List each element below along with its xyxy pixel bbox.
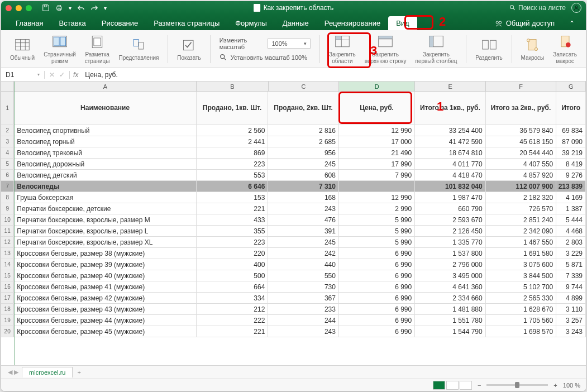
spreadsheet-grid[interactable]: A B C D E F G 1 Наименование Продано, 1к… — [1, 82, 586, 365]
header-cell[interactable]: Наименование — [14, 92, 197, 125]
cell[interactable]: 1 691 580 — [486, 248, 557, 259]
cell[interactable]: Кроссовки беговые, размер 40 (мужские) — [14, 270, 197, 281]
row-header[interactable]: 4 — [1, 147, 14, 158]
cell[interactable]: 726 570 — [486, 203, 557, 214]
tab-data[interactable]: Данные — [275, 16, 317, 30]
cell[interactable]: 2 803 — [556, 237, 586, 247]
view-page-break-button[interactable]: Страничный режим — [40, 34, 79, 64]
col-header-e[interactable]: E — [415, 82, 486, 91]
cell[interactable]: 12 990 — [339, 192, 415, 203]
cell[interactable]: 4 169 — [556, 192, 586, 203]
account-icon[interactable] — [571, 3, 581, 13]
zoom-slider[interactable] — [486, 384, 548, 386]
cell[interactable]: 2 342 090 — [486, 226, 557, 236]
cell[interactable]: 1 987 470 — [415, 192, 486, 203]
cell[interactable]: 244 — [268, 315, 339, 326]
record-macro-button[interactable]: Записать макрос — [550, 34, 580, 64]
cell[interactable]: 41 472 590 — [415, 136, 486, 147]
cell[interactable]: 220 — [197, 248, 268, 259]
split-button[interactable]: Разделить — [472, 37, 505, 61]
cell[interactable]: 4 899 — [556, 293, 586, 303]
cell[interactable]: 9 744 — [556, 281, 586, 292]
cell[interactable]: 17 000 — [339, 136, 415, 147]
tab-review[interactable]: Рецензирование — [317, 16, 388, 30]
view-page-layout-button[interactable]: Разметка страницы — [82, 34, 113, 64]
share-button[interactable]: Общий доступ — [489, 16, 560, 30]
row-header[interactable]: 3 — [1, 136, 14, 147]
cell[interactable]: Кроссовки беговые, размер 43 (мужские) — [14, 304, 197, 314]
cell[interactable]: 245 — [268, 159, 339, 169]
tab-formulas[interactable]: Формулы — [227, 16, 275, 30]
row-header[interactable]: 1 — [1, 92, 14, 125]
cell[interactable]: 4 011 770 — [415, 159, 486, 169]
add-sheet-button[interactable]: + — [73, 367, 85, 377]
row-header[interactable]: 18 — [1, 304, 14, 314]
view-layout-icon[interactable] — [446, 381, 459, 390]
zoom-level[interactable]: 100 % — [563, 382, 580, 389]
fx-icon[interactable]: fx — [70, 71, 82, 79]
col-header-b[interactable]: B — [197, 82, 268, 91]
cell[interactable]: 2 441 — [197, 136, 268, 147]
cell[interactable]: 213 839 — [556, 181, 586, 192]
zoom-100-button[interactable]: Установить масштаб 100% — [219, 54, 311, 61]
header-cell-selected[interactable]: Цена, руб. — [339, 92, 415, 125]
sheet-tab[interactable]: microexcel.ru — [22, 367, 73, 377]
cell[interactable]: 2 796 000 — [415, 259, 486, 270]
cell[interactable]: 433 — [197, 214, 268, 225]
row-header[interactable]: 16 — [1, 281, 14, 292]
cell[interactable]: 7 310 — [268, 181, 339, 192]
cell[interactable]: 869 — [197, 147, 268, 158]
cell[interactable]: 8 419 — [556, 159, 586, 169]
cell[interactable]: 2 816 — [268, 125, 339, 136]
cell[interactable]: 1 537 800 — [415, 248, 486, 259]
cell[interactable]: 476 — [268, 214, 339, 225]
cell[interactable]: 1 387 — [556, 203, 586, 214]
undo-icon[interactable] — [77, 4, 85, 12]
cell[interactable]: 550 — [268, 270, 339, 281]
cell[interactable] — [339, 181, 415, 192]
cell[interactable]: 1 335 770 — [415, 237, 486, 247]
freeze-first-col-button[interactable]: Закрепить первый столбец — [412, 34, 460, 64]
cell[interactable]: Велосипед горный — [14, 136, 197, 147]
cell[interactable]: Перчатки боксерские, взрослые, размер L — [14, 226, 197, 236]
cell[interactable]: 112 007 900 — [486, 181, 557, 192]
view-normal-icon[interactable] — [433, 381, 445, 390]
cell[interactable]: 2 334 660 — [415, 293, 486, 303]
cell[interactable]: 39 219 — [556, 147, 586, 158]
cell[interactable]: 1 544 790 — [415, 326, 486, 337]
row-header[interactable]: 7 — [1, 181, 14, 192]
cell[interactable]: 69 834 — [556, 125, 586, 136]
cell[interactable]: 6 990 — [339, 304, 415, 314]
cell[interactable]: 221 — [197, 203, 268, 214]
cell[interactable]: Велосипеды — [14, 181, 197, 192]
cell[interactable]: Перчатки боксерские, детские — [14, 203, 197, 214]
cell[interactable]: 5 102 700 — [486, 281, 557, 292]
cell[interactable]: 660 790 — [415, 203, 486, 214]
cell[interactable]: Кроссовки беговые, размер 38 (мужские) — [14, 248, 197, 259]
cell[interactable]: 3 844 500 — [486, 270, 557, 281]
cell[interactable]: Перчатки боксерские, взрослые, размер M — [14, 214, 197, 225]
col-header-a[interactable]: A — [14, 82, 197, 91]
cell[interactable]: 2 560 — [197, 125, 268, 136]
close-icon[interactable] — [6, 5, 12, 11]
cancel-icon[interactable]: ✕ — [49, 71, 55, 79]
tab-page-layout[interactable]: Разметка страницы — [146, 16, 227, 30]
zoom-in-button[interactable]: + — [553, 382, 557, 389]
tab-view[interactable]: Вид — [388, 16, 417, 30]
cell[interactable]: 1 481 880 — [415, 304, 486, 314]
cell[interactable]: Велосипед дорожный — [14, 159, 197, 169]
row-header[interactable]: 5 — [1, 159, 14, 169]
cell[interactable]: 223 — [197, 237, 268, 247]
cell[interactable]: 3 110 — [556, 304, 586, 314]
cell[interactable]: 6 990 — [339, 248, 415, 259]
cell[interactable]: 608 — [268, 170, 339, 180]
freeze-top-row-button[interactable]: Закрепить верхнюю строку — [361, 34, 410, 64]
cell[interactable]: 1 705 560 — [486, 315, 557, 326]
cell[interactable]: 222 — [197, 315, 268, 326]
cell[interactable]: 9 276 — [556, 170, 586, 180]
cell[interactable]: 18 674 810 — [415, 147, 486, 158]
cell[interactable]: 2 126 450 — [415, 226, 486, 236]
row-header[interactable]: 8 — [1, 192, 14, 203]
cell[interactable]: 4 857 920 — [486, 170, 557, 180]
view-normal-button[interactable]: Обычный — [7, 37, 38, 61]
